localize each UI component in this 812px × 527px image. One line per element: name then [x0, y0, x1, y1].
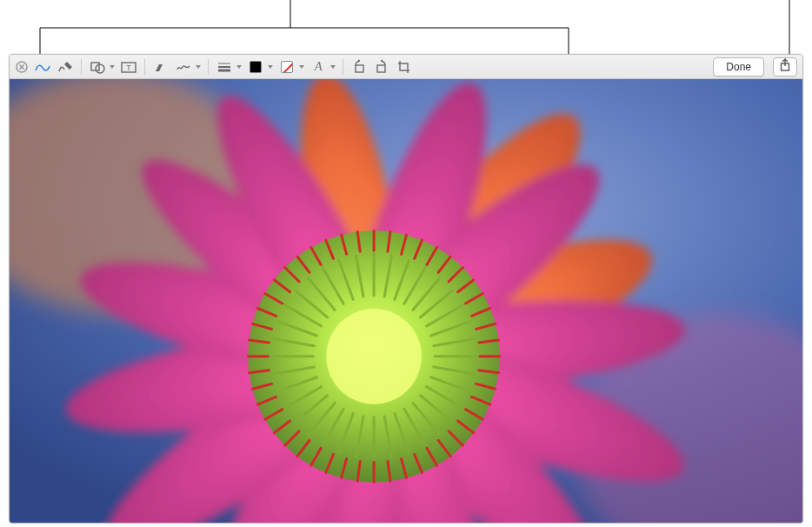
share-icon: [779, 58, 791, 75]
svg-rect-15: [356, 65, 363, 72]
done-button[interactable]: Done: [713, 57, 764, 77]
markup-toolbar: T A: [10, 55, 802, 79]
fill-color-menu[interactable]: [276, 57, 306, 77]
markup-window: T A: [9, 54, 803, 524]
share-button[interactable]: [773, 57, 797, 77]
text-style-glyph: A: [314, 59, 322, 74]
sign-menu[interactable]: [173, 57, 203, 77]
draw-tool[interactable]: [55, 57, 76, 77]
dismiss-button[interactable]: [15, 60, 29, 74]
svg-text:T: T: [126, 63, 131, 72]
image-canvas[interactable]: [10, 79, 802, 523]
sketch-tool[interactable]: [32, 57, 53, 77]
border-color-swatch: [250, 61, 262, 73]
text-style-menu[interactable]: A: [308, 57, 337, 77]
rotate-left-button[interactable]: [349, 57, 369, 77]
svg-rect-16: [377, 65, 385, 72]
shapes-menu[interactable]: [87, 57, 116, 77]
fill-color-swatch: [281, 61, 293, 73]
crop-tool[interactable]: [394, 57, 415, 77]
text-tool[interactable]: T: [118, 57, 139, 77]
shape-style-menu[interactable]: [214, 57, 243, 77]
svg-point-123: [326, 309, 422, 404]
border-color-menu[interactable]: [245, 57, 275, 77]
svg-point-9: [96, 64, 104, 73]
rotate-right-button[interactable]: [371, 57, 392, 77]
highlight-tool[interactable]: [150, 57, 171, 77]
